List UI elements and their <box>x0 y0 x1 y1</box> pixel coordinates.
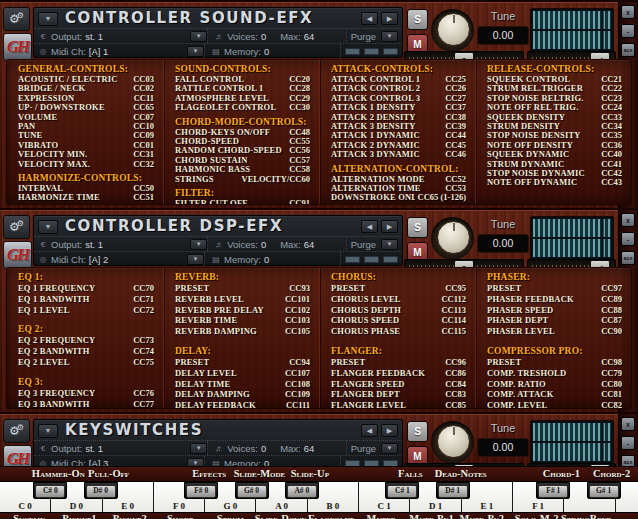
midi-value: [A] 1 <box>89 45 109 58</box>
keyswitch-bottom-label: Slide-Down <box>255 513 307 519</box>
next-instrument-button[interactable]: ▶ <box>381 12 398 25</box>
solo-button[interactable]: S <box>407 217 428 238</box>
panel-menu-button[interactable]: ▼ <box>38 220 58 234</box>
black-key[interactable]: C# 1 <box>385 482 419 499</box>
white-key-note: F 0 <box>154 501 204 511</box>
purge-menu-button[interactable]: ▼ <box>381 443 398 454</box>
tune-knob[interactable] <box>431 217 474 260</box>
next-instrument-button[interactable]: ▶ <box>381 220 398 233</box>
controller-row: COMP. LEVEL CC82 <box>487 400 622 408</box>
keyswitch-bottom-label: Pickup1 <box>62 513 96 519</box>
max-value: 64 <box>304 30 315 43</box>
controller-label: NOTE OFF REL TRIG. <box>487 103 598 112</box>
purge-menu-button[interactable]: ▼ <box>381 31 398 42</box>
tune-knob[interactable] <box>431 421 474 464</box>
keyswitch-top-label: Dead-Notes <box>435 468 487 479</box>
controller-label: DELAY TIME <box>175 379 282 390</box>
controller-label: CHORUS SPEED <box>331 315 438 326</box>
output-jack-icon: € <box>38 442 48 455</box>
solo-button[interactable]: S <box>407 9 428 30</box>
voices-label: Voices: <box>227 442 258 455</box>
controller-cc: CC72 <box>133 305 154 316</box>
purge-menu-button[interactable]: ▼ <box>381 239 398 250</box>
solo-button[interactable]: S <box>407 421 428 442</box>
panel-menu-button[interactable]: ▼ <box>38 424 58 438</box>
controller-row: REVERB LEVEL CC101 <box>175 294 310 305</box>
voices-label: Voices: <box>227 30 258 43</box>
black-key[interactable]: F# 1 <box>536 482 570 499</box>
midi-select[interactable]: ▼ <box>187 254 204 265</box>
control-section: ALTERNATION-CONTROL: ALTERNATION MODE CC… <box>331 164 466 204</box>
black-key[interactable]: C# 0 <box>33 482 67 499</box>
controller-label: EQ 1 FREQUENCY <box>18 283 130 294</box>
output-value: st. 1 <box>85 238 103 251</box>
output-select[interactable]: ▼ <box>190 239 207 250</box>
black-key[interactable]: A# 0 <box>285 482 319 499</box>
midi-value: [A] 2 <box>89 253 109 266</box>
output-select[interactable]: ▼ <box>190 443 207 454</box>
controller-cc: CC32 <box>133 160 154 169</box>
minimize-button[interactable]: - <box>621 232 635 246</box>
control-section: PHASER: PRESET CC97 PHASER FEEDBACK CC89… <box>487 272 622 337</box>
aux-button[interactable]: aux <box>621 251 635 265</box>
controller-row: EQ 3 FREQUENCY CC76 <box>18 388 154 399</box>
controller-row: PRESET CC95 <box>331 283 466 294</box>
controller-row: EQ 2 BANDWITH CC74 <box>18 346 154 357</box>
output-select[interactable]: ▼ <box>190 31 207 42</box>
black-key[interactable]: D# 1 <box>436 482 470 499</box>
settings-button[interactable]: ⚙⚙ <box>3 419 30 443</box>
black-key[interactable]: G# 0 <box>235 482 269 499</box>
controller-cc: CC94 <box>289 357 310 368</box>
voices-label: Voices: <box>227 238 258 251</box>
next-instrument-button[interactable]: ▶ <box>381 424 398 437</box>
close-button[interactable]: x <box>621 213 635 227</box>
panel-menu-button[interactable]: ▼ <box>38 12 58 26</box>
level-meter <box>530 420 614 464</box>
controller-label: STOP NOISE DENSITY <box>487 131 598 140</box>
black-key-note: G# 0 <box>237 485 267 498</box>
black-key[interactable]: D# 0 <box>84 482 118 499</box>
chevron-down-icon: ▼ <box>196 241 202 247</box>
controller-label: CHORUS LEVEL <box>331 294 438 305</box>
controller-label: EQ 2 BANDWITH <box>18 346 130 357</box>
voices-icon: ♬ <box>214 30 224 43</box>
prev-instrument-button[interactable]: ◀ <box>361 424 378 437</box>
section-title: FLANGER: <box>331 346 466 356</box>
minimize-button[interactable]: - <box>621 24 635 38</box>
close-button[interactable]: x <box>621 5 635 19</box>
controller-row: PHASER FEEDBACK CC89 <box>487 294 622 305</box>
controller-label: PHASER FEEDBACK <box>487 294 598 305</box>
controller-label: PRESET <box>487 357 598 368</box>
gh-logo: GH <box>3 33 32 61</box>
prev-instrument-button[interactable]: ◀ <box>361 12 378 25</box>
settings-button[interactable]: ⚙⚙ <box>3 215 30 239</box>
chevron-right-icon: ▶ <box>387 223 392 230</box>
controller-label: ATTACK 3 DYNAMIC <box>331 150 442 159</box>
white-key-note: F 1 <box>513 501 563 511</box>
prev-instrument-button[interactable]: ◀ <box>361 220 378 233</box>
aux-button[interactable]: aux <box>621 43 635 57</box>
tune-knob[interactable] <box>431 9 474 52</box>
close-button[interactable]: x <box>621 417 635 431</box>
controller-label: TUNE <box>18 131 130 140</box>
midi-select[interactable]: ▼ <box>187 458 204 467</box>
max-label: Max: <box>280 30 301 43</box>
output-jack-icon: € <box>38 238 48 251</box>
minimize-button[interactable]: - <box>621 436 635 450</box>
settings-button[interactable]: ⚙⚙ <box>3 7 30 31</box>
aux-button[interactable]: aux <box>621 455 635 466</box>
chevron-down-icon: ▼ <box>45 223 52 230</box>
controller-label: STOP NOISE DYNAMIC <box>487 169 598 178</box>
black-key[interactable]: F# 0 <box>184 482 218 499</box>
white-key-note: C 1 <box>359 501 409 511</box>
keyswitch-top-labels: Hammer-OnPull-OffEffectsSlide-ModeSlide-… <box>0 466 638 482</box>
controller-row: PRESET CC94 <box>175 357 310 368</box>
controller-row: EQ 3 BANDWITH CC77 <box>18 399 154 408</box>
controller-cc: CC77 <box>133 399 154 408</box>
controller-cc: CC86 <box>445 368 466 379</box>
black-key[interactable]: G# 1 <box>587 482 621 499</box>
panel-title: CONTROLLER DSP-EFX <box>65 219 358 234</box>
controller-cc: CC84 <box>445 379 466 390</box>
controller-cc: CC105 <box>285 326 310 337</box>
midi-select[interactable]: ▼ <box>187 46 204 57</box>
